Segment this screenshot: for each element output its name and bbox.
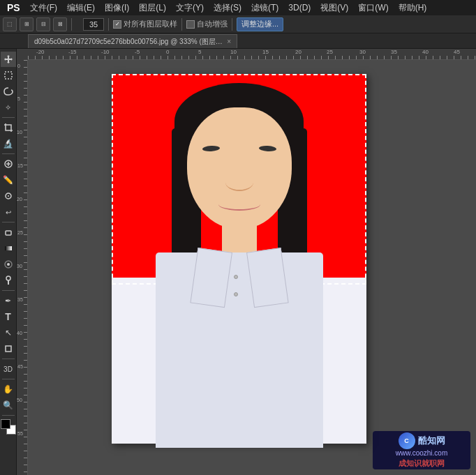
menu-text[interactable]: 文字(Y) [172, 1, 208, 15]
right-eye [258, 145, 276, 151]
menu-select[interactable]: 选择(S) [209, 1, 246, 15]
ruler-v-num-55: 55 [17, 431, 23, 436]
svg-rect-10 [6, 346, 11, 352]
menu-window[interactable]: 窗口(W) [354, 1, 392, 15]
crop-tool[interactable] [1, 120, 16, 135]
separator-1 [71, 18, 72, 31]
ruler-h-num--15: -15 [68, 49, 77, 55]
options-toolbar: ⬚ ⊞ ⊟ ⊠ 35 ✓ 对所有图层取样 自动增强 调整边缘... [0, 15, 476, 33]
tool-sep-4 [2, 290, 15, 291]
ruler-h-num-25: 25 [327, 49, 333, 55]
blur-tool[interactable] [1, 257, 16, 272]
move-tool[interactable] [1, 52, 16, 67]
ruler-v-num-25: 25 [17, 230, 23, 235]
ruler-v-num-5: 5 [17, 96, 20, 101]
ruler-v-num-35: 35 [17, 297, 23, 302]
gradient-tool[interactable] [1, 241, 16, 256]
ruler-h-num-35: 35 [391, 49, 397, 55]
hand-tool[interactable]: ✋ [1, 382, 16, 397]
menu-help[interactable]: 帮助(H) [394, 1, 431, 15]
menu-filter[interactable]: 滤镜(T) [247, 1, 283, 15]
document-tab[interactable]: d09b5c0a027d72709c5e276bb0c00756.jpg @ 3… [28, 34, 237, 48]
svg-rect-4 [6, 231, 11, 235]
menu-layer[interactable]: 图层(L) [135, 1, 170, 15]
ruler-v-num-10: 10 [17, 130, 22, 135]
ruler-h-num-15: 15 [262, 49, 269, 55]
3d-tool[interactable]: 3D [1, 361, 16, 377]
new-selection-btn[interactable]: ⬚ [3, 17, 17, 31]
sample-all-checkbox[interactable]: ✓ [113, 20, 121, 29]
adjust-edge-btn[interactable]: 调整边缘... [237, 17, 283, 31]
add-selection-btn[interactable]: ⊞ [20, 17, 34, 31]
svg-rect-0 [5, 72, 12, 79]
tool-sep-1 [2, 117, 15, 118]
ruler-v-num-45: 45 [17, 364, 23, 369]
brush-size-value[interactable]: 35 [83, 18, 104, 31]
svg-rect-5 [5, 246, 12, 250]
shirt-button-1 [234, 275, 238, 279]
eyedropper-tool[interactable]: 🔬 [1, 136, 16, 151]
watermark: C 酷知网 www.coozhi.com 成知识就职网 [373, 431, 470, 469]
person-image [142, 80, 337, 442]
watermark-site: 酷知网 [418, 435, 445, 447]
collar-left [190, 248, 232, 308]
quick-select-tool[interactable]: ✧ [1, 100, 16, 115]
watermark-slogan: 成知识就职网 [399, 458, 445, 469]
separator-2 [108, 18, 109, 31]
path-select-tool[interactable]: ↖ [1, 325, 16, 340]
text-tool[interactable]: T [1, 309, 16, 324]
sample-all-layers-group: ✓ 对所有图层取样 [113, 19, 177, 29]
shape-tool[interactable] [1, 341, 16, 356]
ruler-v-num-20: 20 [17, 197, 22, 202]
tab-bar: d09b5c0a027d72709c5e276bb0c00756.jpg @ 3… [0, 33, 476, 49]
ruler-v-num-40: 40 [17, 331, 22, 335]
face-oval [187, 107, 292, 229]
mouth [218, 198, 260, 211]
pen-tool[interactable]: ✒ [1, 293, 16, 308]
shirt-body [156, 252, 323, 448]
menu-file[interactable]: 文件(F) [26, 1, 61, 15]
subtract-selection-btn[interactable]: ⊟ [36, 17, 50, 31]
ruler-h-num-20: 20 [295, 49, 302, 55]
ruler-v-num-0: 0 [17, 63, 20, 68]
marquee-tool[interactable] [1, 68, 16, 83]
dodge-tool[interactable] [1, 273, 16, 288]
history-brush-tool[interactable]: ↩ [1, 204, 16, 220]
menu-edit[interactable]: 编辑(E) [63, 1, 99, 15]
menu-view[interactable]: 视图(V) [316, 1, 352, 15]
clone-tool[interactable] [1, 188, 16, 204]
ruler-h-num-10: 10 [230, 49, 237, 55]
collar-right [246, 248, 289, 308]
watermark-header: C 酷知网 [399, 432, 445, 449]
menu-image[interactable]: 图像(I) [101, 1, 133, 15]
tool-sep-6 [2, 379, 15, 379]
intersect-selection-btn[interactable]: ⊠ [53, 17, 67, 31]
zoom-tool[interactable]: 🔍 [1, 398, 16, 413]
left-toolbar: ✧ 🔬 ✏️ ↩ ✒ T ↖ 3D ✋ 🔍 [0, 49, 17, 475]
ruler-h-num--10: -10 [101, 49, 110, 55]
shirt-button-2 [234, 292, 238, 296]
watermark-url: www.coozhi.com [396, 449, 447, 457]
nose [225, 174, 253, 191]
ruler-v-num-15: 15 [17, 163, 23, 168]
lasso-tool[interactable] [1, 84, 16, 99]
svg-point-8 [6, 276, 10, 280]
tool-sep-2 [2, 153, 15, 154]
canvas-area: C 酷知网 www.coozhi.com 成知识就职网 [28, 60, 476, 475]
menubar: PS 文件(F) 编辑(E) 图像(I) 图层(L) 文字(Y) 选择(S) 滤… [0, 0, 476, 15]
foreground-color-swatch[interactable] [1, 419, 10, 429]
tab-close-btn[interactable]: × [227, 38, 231, 45]
ruler-h-num-40: 40 [422, 49, 429, 55]
ruler-horizontal: -20 -15 -10 -5 0 5 10 15 20 25 30 35 40 … [28, 49, 476, 60]
svg-point-3 [8, 195, 9, 197]
eraser-tool[interactable] [1, 225, 16, 240]
ruler-h-num-30: 30 [359, 49, 366, 55]
brush-tool[interactable]: ✏️ [1, 172, 16, 188]
svg-point-7 [7, 263, 10, 266]
tab-filename: d09b5c0a027d72709c5e276bb0c00756.jpg @ 3… [34, 37, 224, 47]
menu-3d[interactable]: 3D(D) [284, 1, 315, 14]
sample-all-label: 对所有图层取样 [124, 19, 177, 29]
auto-enhance-checkbox[interactable] [186, 20, 195, 29]
tool-sep-3 [2, 222, 15, 223]
healer-tool[interactable] [1, 156, 16, 172]
